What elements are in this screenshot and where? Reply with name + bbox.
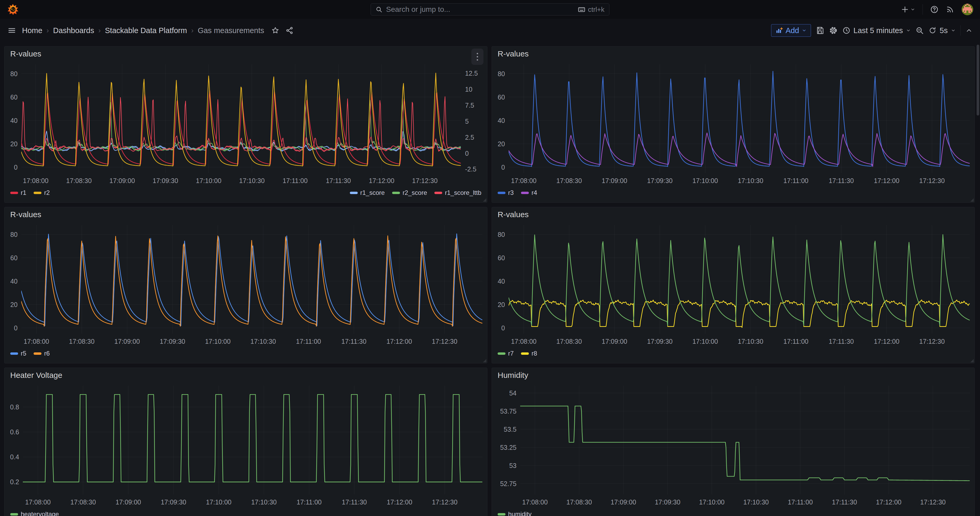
svg-text:17:11:30: 17:11:30 (829, 177, 854, 184)
dashboard-grid: R-values 02040608017:08:0017:08:3017:09:… (4, 46, 975, 516)
svg-text:17:10:30: 17:10:30 (251, 498, 277, 506)
svg-text:40: 40 (10, 277, 18, 285)
breadcrumb-dashboards[interactable]: Dashboards (53, 26, 94, 35)
scrollbar-thumb[interactable] (977, 45, 979, 116)
svg-text:17:12:00: 17:12:00 (874, 177, 899, 184)
timeseries-chart[interactable]: 5453.7553.553.255352.7517:08:0017:08:301… (492, 382, 975, 508)
dashboard-settings-button[interactable] (829, 26, 838, 35)
legend-item-r1_score[interactable]: r1_score (350, 189, 385, 196)
svg-text:40: 40 (498, 277, 505, 285)
favorite-button[interactable] (271, 27, 279, 34)
svg-text:0: 0 (501, 164, 505, 171)
panel-title: R-values (10, 49, 41, 58)
legend-label: heatervoltage (21, 511, 59, 516)
legend-item-r2_score[interactable]: r2_score (392, 189, 427, 196)
legend-item-r2[interactable]: r2 (33, 189, 49, 196)
legend-swatch (350, 192, 358, 194)
search-input[interactable]: Search or jump to... ctrl+k (371, 3, 609, 16)
collapse-toolbar-button[interactable] (965, 27, 973, 34)
timeseries-chart[interactable]: 0.20.40.60.817:08:0017:08:3017:09:0017:0… (5, 382, 487, 508)
legend-item-r8[interactable]: r8 (521, 350, 537, 357)
help-button[interactable] (930, 5, 939, 14)
timeseries-chart[interactable]: 02040608017:08:0017:08:3017:09:0017:09:3… (5, 61, 487, 186)
panel-header[interactable]: R-values (492, 46, 975, 61)
panel-legend: r7r8 (492, 347, 975, 363)
svg-text:17:09:30: 17:09:30 (655, 498, 680, 506)
top-right-icons (901, 4, 973, 15)
legend-swatch (33, 192, 41, 194)
panel-heater-voltage: Heater Voltage 0.20.40.60.817:08:0017:08… (4, 368, 487, 516)
svg-text:17:10:00: 17:10:00 (206, 498, 231, 506)
breadcrumb-folder[interactable]: Stackable Data Platform (105, 26, 187, 35)
svg-text:40: 40 (498, 117, 505, 124)
svg-text:2.5: 2.5 (465, 134, 474, 141)
breadcrumb-separator: › (99, 27, 101, 35)
dashboard-toolbar: Home › Dashboards › Stackable Data Platf… (0, 19, 980, 42)
svg-text:17:08:00: 17:08:00 (25, 498, 51, 506)
breadcrumb-home[interactable]: Home (22, 26, 42, 35)
legend-item-heatervoltage[interactable]: heatervoltage (10, 511, 59, 516)
top-bar: Search or jump to... ctrl+k (0, 0, 980, 19)
legend-item-r1_score_lttb[interactable]: r1_score_lttb (434, 189, 481, 196)
legend-label: r5 (21, 350, 26, 357)
svg-text:17:10:30: 17:10:30 (738, 338, 763, 345)
panel-header[interactable]: R-values (5, 207, 487, 222)
svg-text:0.6: 0.6 (10, 428, 19, 436)
legend-swatch (521, 352, 529, 355)
svg-text:60: 60 (10, 94, 18, 101)
panel-title: Heater Voltage (10, 371, 62, 380)
svg-text:17:12:00: 17:12:00 (386, 338, 412, 345)
legend-item-r5[interactable]: r5 (10, 350, 26, 357)
timeseries-chart[interactable]: 02040608017:08:0017:08:3017:09:0017:09:3… (5, 222, 487, 347)
svg-text:53: 53 (509, 462, 517, 469)
svg-text:17:08:00: 17:08:00 (24, 338, 49, 345)
share-button[interactable] (286, 27, 293, 34)
refresh-icon (929, 27, 936, 34)
new-button[interactable] (901, 5, 915, 13)
save-icon (816, 26, 824, 35)
breadcrumb-separator: › (46, 27, 49, 35)
news-button[interactable] (946, 5, 954, 14)
save-dashboard-button[interactable] (816, 26, 824, 35)
legend-swatch (498, 192, 506, 194)
timeseries-chart[interactable]: 02040608017:08:0017:08:3017:09:0017:09:3… (492, 61, 975, 186)
svg-text:17:08:00: 17:08:00 (511, 177, 536, 184)
svg-text:17:10:00: 17:10:00 (692, 177, 718, 184)
panel-title: R-values (498, 210, 528, 219)
chevron-down-icon (910, 7, 915, 12)
svg-text:17:09:00: 17:09:00 (116, 498, 141, 506)
breadcrumb: Home › Dashboards › Stackable Data Platf… (22, 26, 264, 35)
timeseries-chart[interactable]: 02040608017:08:0017:08:3017:09:0017:09:3… (492, 222, 975, 347)
chevron-down-icon (906, 28, 911, 33)
svg-text:53.75: 53.75 (500, 408, 517, 415)
svg-text:0.2: 0.2 (10, 478, 19, 486)
grafana-logo[interactable] (7, 3, 19, 16)
panel-header[interactable]: R-values (492, 207, 975, 222)
legend-label: r7 (508, 350, 514, 357)
clock-icon (843, 27, 850, 34)
add-button[interactable]: Add (771, 24, 811, 37)
add-panel-icon (776, 27, 783, 34)
refresh-picker[interactable]: 5s (929, 26, 956, 35)
svg-text:17:10:30: 17:10:30 (738, 177, 763, 184)
legend-item-humidity[interactable]: humidity (498, 511, 531, 516)
panel-header[interactable]: R-values (5, 46, 487, 61)
legend-item-r4[interactable]: r4 (521, 189, 537, 196)
user-avatar[interactable] (962, 4, 973, 15)
panel-header[interactable]: Humidity (492, 368, 975, 382)
svg-text:17:09:30: 17:09:30 (153, 177, 178, 184)
legend-item-r6[interactable]: r6 (33, 350, 49, 357)
panel-header[interactable]: Heater Voltage (5, 368, 487, 382)
svg-text:17:11:30: 17:11:30 (342, 338, 366, 345)
menu-toggle[interactable] (7, 26, 16, 35)
svg-text:52.75: 52.75 (500, 480, 517, 487)
legend-item-r1[interactable]: r1 (10, 189, 26, 196)
legend-label: r1_score_lttb (445, 189, 481, 196)
svg-text:17:10:00: 17:10:00 (205, 338, 231, 345)
svg-text:17:11:00: 17:11:00 (283, 177, 308, 184)
svg-text:17:12:00: 17:12:00 (876, 498, 901, 506)
legend-item-r3[interactable]: r3 (498, 189, 514, 196)
legend-item-r7[interactable]: r7 (498, 350, 514, 357)
zoom-out-button[interactable] (915, 26, 924, 35)
time-range-picker[interactable]: Last 5 minutes (843, 26, 911, 35)
